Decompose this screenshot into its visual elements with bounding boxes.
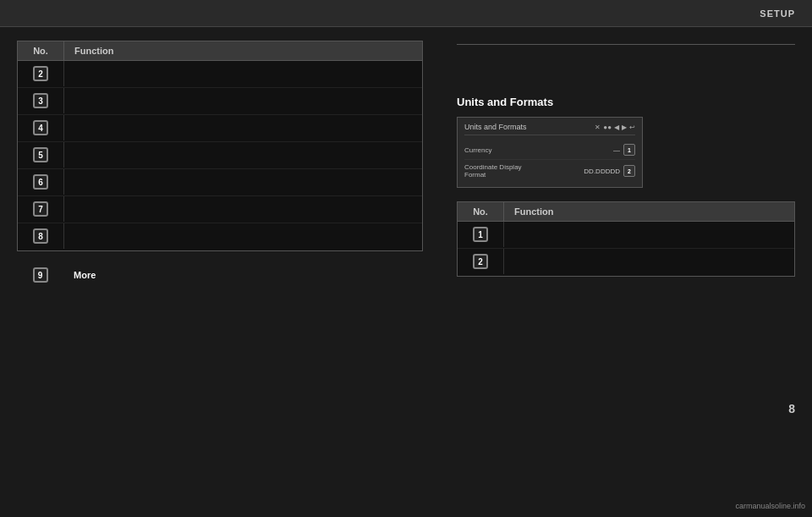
badge-4: 4 — [33, 120, 48, 135]
preview-coordinate-text: DD.DDDDD — [584, 168, 620, 175]
row-text-6 — [64, 169, 422, 179]
badge-9: 9 — [33, 267, 48, 283]
row-no-2: 2 — [18, 61, 64, 86]
main-content: No. Function 2 3 — [0, 27, 812, 517]
preview-header-title: Units and Formats — [464, 123, 527, 131]
badge-3: 3 — [33, 93, 48, 108]
more-no: 9 — [17, 267, 63, 283]
badge-7: 7 — [33, 201, 48, 217]
row-no-7: 7 — [18, 196, 64, 222]
right-column: Units and Formats Units and Formats ✕ ●●… — [440, 27, 812, 517]
bottom-row-no-2: 2 — [458, 249, 504, 274]
preview-header-icons: ✕ ●● ◀ ▶ ↩ — [595, 124, 635, 131]
preview-currency-label: Currency — [464, 146, 491, 154]
row-text-4 — [64, 115, 422, 125]
bottom-row-text-1 — [504, 222, 794, 232]
watermark: carmanualsoline.info — [735, 502, 805, 510]
table-row: 1 — [458, 222, 794, 249]
preview-back-icon: ↩ — [629, 124, 635, 131]
preview-row-coordinate: Coordinate DisplayFormat DD.DDDDD 2 — [464, 160, 635, 182]
preview-box: Units and Formats ✕ ●● ◀ ▶ ↩ Currency — … — [457, 117, 643, 188]
bottom-col-no-header: No. — [458, 202, 504, 221]
row-no-6: 6 — [18, 169, 64, 195]
left-table-body: 2 3 4 — [18, 61, 422, 250]
bottom-row-text-2 — [504, 249, 794, 259]
preview-badge-1: 1 — [623, 144, 635, 156]
bottom-col-function-header: Function — [504, 202, 794, 221]
badge-8: 8 — [33, 228, 48, 244]
left-table-header: No. Function — [18, 41, 422, 61]
bottom-table-header: No. Function — [458, 202, 794, 222]
preview-coordinate-value: DD.DDDDD 2 — [584, 165, 635, 177]
preview-row-currency: Currency — 1 — [464, 140, 635, 160]
preview-close-icon: ✕ — [595, 124, 601, 131]
row-text-2 — [64, 61, 422, 71]
row-no-5: 5 — [18, 142, 64, 168]
separator-line — [457, 44, 795, 45]
bottom-table-body: 1 2 — [458, 222, 794, 276]
table-row: 2 — [18, 61, 422, 88]
row-text-7 — [64, 196, 422, 206]
preview-nav-right-icon: ▶ — [622, 124, 627, 131]
table-row: 3 — [18, 88, 422, 115]
left-column: No. Function 2 3 — [0, 27, 440, 517]
bottom-row-no-1: 1 — [458, 222, 504, 247]
bottom-badge-1: 1 — [473, 227, 488, 242]
row-text-5 — [64, 142, 422, 152]
units-section: Units and Formats Units and Formats ✕ ●●… — [457, 96, 795, 188]
preview-nav-left-icon: ◀ — [614, 124, 619, 131]
header-title: SETUP — [760, 8, 795, 19]
bottom-badge-2: 2 — [473, 254, 488, 269]
row-text-3 — [64, 88, 422, 98]
badge-5: 5 — [33, 147, 48, 162]
left-col-no-header: No. — [18, 41, 64, 60]
row-text-8 — [64, 223, 422, 234]
units-title: Units and Formats — [457, 96, 795, 108]
badge-6: 6 — [33, 174, 48, 190]
page-number: 8 — [788, 402, 795, 415]
row-no-8: 8 — [18, 223, 64, 249]
bottom-table: No. Function 1 2 — [457, 201, 795, 277]
row-no-3: 3 — [18, 88, 64, 113]
more-label: More — [63, 270, 96, 280]
preview-currency-value: — 1 — [613, 144, 635, 156]
table-row: 5 — [18, 142, 422, 169]
left-table: No. Function 2 3 — [17, 41, 423, 251]
preview-coordinate-label: Coordinate DisplayFormat — [464, 163, 522, 179]
table-row: 4 — [18, 115, 422, 142]
preview-header: Units and Formats ✕ ●● ◀ ▶ ↩ — [464, 123, 635, 135]
table-row: 8 — [18, 223, 422, 250]
left-col-function-header: Function — [64, 41, 422, 60]
preview-badge-2: 2 — [623, 165, 635, 177]
table-row: 2 — [458, 249, 794, 276]
more-row: 9 More — [17, 258, 423, 292]
table-row: 7 — [18, 196, 422, 223]
row-no-4: 4 — [18, 115, 64, 140]
table-row: 6 — [18, 169, 422, 196]
preview-signal-icon: ●● — [603, 124, 612, 131]
preview-currency-text: — — [613, 146, 620, 154]
header-bar: SETUP — [0, 0, 812, 27]
badge-2: 2 — [33, 66, 48, 81]
